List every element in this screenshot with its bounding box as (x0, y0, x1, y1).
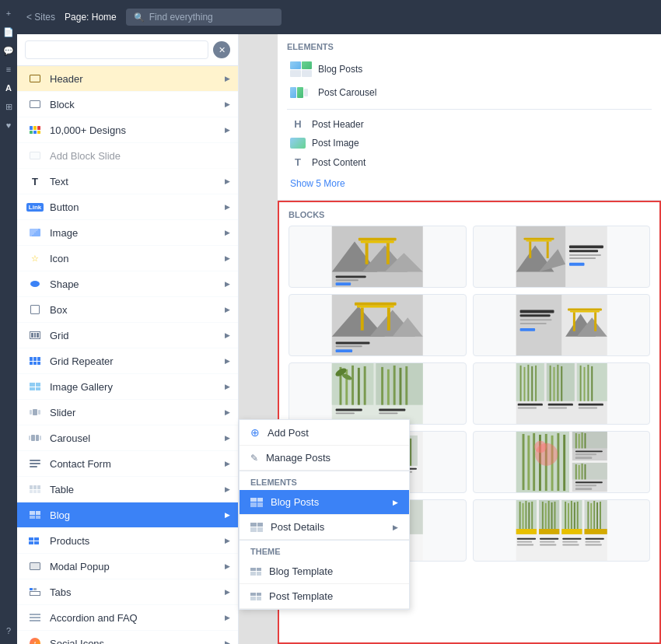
sidebar-item-designs[interactable]: 10,000+ Designs (17, 117, 238, 143)
svg-rect-187 (547, 501, 549, 529)
svg-rect-33 (336, 345, 362, 347)
submenu-blog-posts[interactable]: Blog Posts (240, 490, 409, 515)
heart-icon[interactable]: ♥ (2, 118, 16, 132)
svg-rect-61 (400, 368, 402, 405)
svg-rect-5 (361, 241, 394, 243)
text-icon[interactable]: A (2, 81, 16, 95)
sidebar-item-tabs[interactable]: Tabs (17, 579, 238, 605)
sidebar-item-accordion[interactable]: Accordion and FAQ (17, 605, 238, 631)
top-search-bar[interactable]: 🔍 Find everything (126, 9, 282, 26)
show-more-elements[interactable]: Show 5 More (287, 175, 652, 192)
add-icon[interactable]: + (2, 6, 16, 20)
sidebar-item-box[interactable]: Box (17, 297, 238, 323)
sidebar-item-header[interactable]: Header (17, 66, 238, 92)
file-icon[interactable]: 📄 (2, 25, 16, 39)
element-label: Post Image (312, 138, 359, 149)
post-details-icon (250, 523, 263, 532)
svg-rect-139 (575, 457, 591, 459)
sidebar-item-icon[interactable]: ☆ Icon (17, 246, 238, 271)
question-icon[interactable]: ? (2, 624, 16, 638)
block-thumb-4[interactable] (473, 294, 651, 356)
block-thumb-2[interactable] (473, 226, 651, 288)
block-icon (28, 97, 42, 111)
sidebar-item-grid[interactable]: Grid (17, 323, 238, 348)
element-post-content[interactable]: T Post Content (287, 152, 652, 172)
post-header-icon: H (290, 118, 306, 130)
svg-rect-23 (569, 263, 585, 266)
element-blog-posts[interactable]: Blog Posts (287, 58, 652, 81)
sidebar-item-social-icons[interactable]: f Social Icons (17, 631, 238, 644)
svg-rect-6 (365, 243, 369, 264)
svg-rect-28 (355, 303, 397, 306)
svg-rect-8 (336, 275, 366, 278)
svg-rect-32 (336, 341, 370, 344)
svg-rect-65 (379, 409, 405, 411)
icon-icon: ☆ (28, 251, 42, 265)
block-thumb-1[interactable] (289, 226, 467, 288)
element-label: Post Carousel (318, 87, 376, 98)
sidebar-item-button[interactable]: Link Button (17, 194, 238, 220)
sidebar-item-blog[interactable]: Blog (17, 502, 238, 528)
sidebar-item-shape[interactable]: Shape (17, 271, 238, 297)
svg-rect-60 (393, 366, 396, 405)
panel-search-input[interactable] (25, 40, 208, 59)
svg-rect-135 (581, 432, 582, 448)
panel-list: Header Block 10,000+ Designs (17, 66, 238, 644)
sidebar-item-label: Blog (50, 509, 70, 521)
page-label: Page: Home (65, 12, 117, 23)
svg-rect-144 (581, 464, 582, 479)
sidebar-item-grid-repeater[interactable]: Grid Repeater (17, 348, 238, 374)
submenu-add-post[interactable]: ⊕ Add Post (240, 420, 409, 446)
block-thumb-3[interactable] (289, 294, 467, 356)
sidebar-item-slider[interactable]: Slider (17, 400, 238, 425)
submenu-post-template[interactable]: Post Template (240, 584, 409, 609)
list-icon[interactable]: ≡ (2, 62, 16, 76)
sidebar-item-text[interactable]: T Text (17, 169, 238, 194)
submenu-manage-posts[interactable]: ✎ Manage Posts (240, 446, 409, 471)
svg-rect-39 (519, 319, 551, 320)
layers-icon[interactable]: ⊞ (2, 100, 16, 114)
svg-rect-36 (516, 295, 561, 355)
element-post-header[interactable]: H Post Header (287, 114, 652, 134)
chat-icon[interactable]: 💬 (2, 44, 16, 58)
submenu-post-details[interactable]: Post Details (240, 515, 409, 540)
svg-rect-79 (561, 366, 562, 401)
svg-rect-121 (522, 434, 524, 490)
block-thumb-6[interactable] (473, 362, 651, 425)
blog-submenu: ⊕ Add Post ✎ Manage Posts ELEMENTS Blog … (239, 419, 410, 610)
svg-rect-210 (585, 541, 600, 543)
svg-rect-198 (596, 502, 598, 529)
sidebar-item-label: Products (50, 535, 89, 547)
sidebar-item-label: Shape (50, 278, 79, 290)
sidebar-item-image-gallery[interactable]: Image Gallery (17, 374, 238, 400)
sidebar-item-label: Accordion and FAQ (50, 612, 138, 624)
block-thumb-8[interactable] (473, 431, 651, 493)
element-post-image[interactable]: Post Image (287, 134, 652, 152)
sidebar-item-label: Box (50, 304, 67, 316)
svg-rect-7 (386, 243, 390, 264)
left-panel: ✕ Header Block (17, 34, 239, 644)
sidebar-item-table[interactable]: Table (17, 477, 238, 502)
svg-rect-127 (557, 433, 559, 491)
sidebar-item-add-block-slide[interactable]: Add Block Slide (17, 143, 238, 169)
block-thumb-10[interactable] (473, 499, 651, 562)
svg-rect-66 (379, 412, 397, 414)
sidebar-item-products[interactable]: Products (17, 528, 238, 554)
sidebar-item-contact-form[interactable]: Contact Form (17, 451, 238, 477)
close-icon[interactable]: ✕ (213, 41, 230, 58)
sites-link[interactable]: < Sites (26, 12, 55, 23)
sidebar-item-modal-popup[interactable]: Modal Popup (17, 554, 238, 579)
sidebar-item-carousel[interactable]: Carousel (17, 425, 238, 451)
svg-rect-44 (568, 309, 602, 311)
svg-rect-17 (529, 242, 531, 258)
sidebar-item-block[interactable]: Block (17, 92, 238, 117)
element-post-carousel[interactable]: Post Carousel (287, 81, 652, 104)
sidebar-item-image[interactable]: Image (17, 220, 238, 246)
submenu-blog-template[interactable]: Blog Template (240, 559, 409, 584)
element-label: Post Header (312, 119, 364, 130)
svg-rect-208 (562, 544, 579, 546)
svg-rect-53 (351, 366, 354, 405)
sidebar-item-label: Add Block Slide (50, 150, 121, 162)
svg-rect-186 (544, 503, 546, 529)
block-thumb-5[interactable] (289, 362, 467, 425)
